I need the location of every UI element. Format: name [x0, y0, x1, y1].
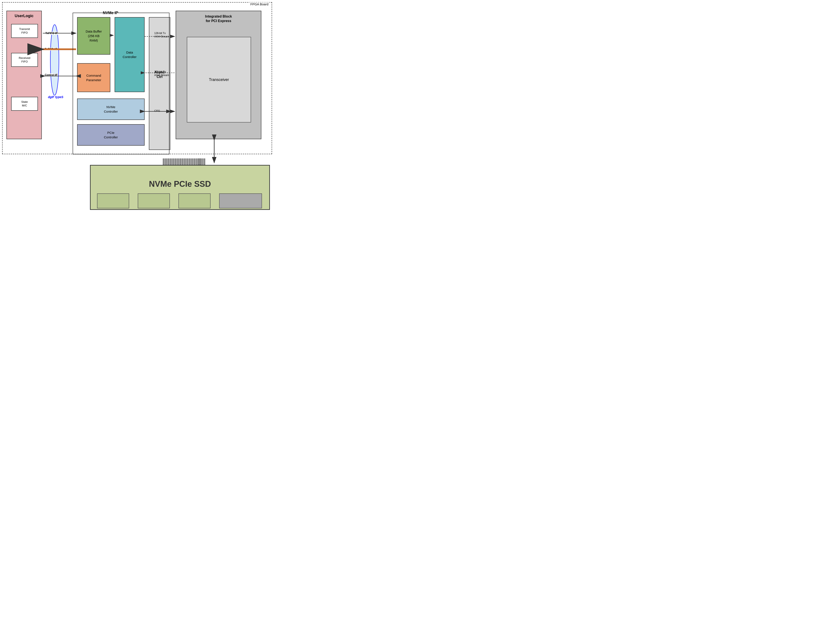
- fpga-board-label: FPGA Board: [249, 2, 270, 6]
- command-param-block: CommandParameter: [77, 63, 110, 92]
- integrated-block: Integrated Blockfor PCI Express Transcei…: [176, 11, 261, 139]
- received-fifo-box: ReceivedFIFO: [11, 53, 38, 67]
- nvme-ssd-label: NVMe PCIe SSD: [91, 180, 269, 189]
- nvme-ssd-container: NVMe PCIe SSD: [90, 159, 270, 210]
- txfifo-if-top-label: TxFIFO I/F: [45, 32, 58, 35]
- control-if-label: Control I/F: [44, 74, 58, 76]
- sig-128rx-label: 128-bit RxAXI4-Stream: [154, 70, 173, 77]
- data-buffer-block: Data Buffer(256 KBRAM): [77, 17, 110, 55]
- nvme-ssd-body: NVMe PCIe SSD: [90, 165, 270, 210]
- ssd-chip-2: [138, 194, 170, 208]
- ssd-chip-4: [219, 194, 262, 208]
- pcie-controller-block: PCIeController: [77, 124, 145, 146]
- integrated-block-label: Integrated Blockfor PCI Express: [176, 14, 261, 24]
- ssd-chip-1: [97, 194, 129, 208]
- cfg-label: CFG: [154, 109, 160, 112]
- dg-if-label: dgIF typeS: [47, 95, 64, 99]
- ssd-chip-3: [178, 194, 211, 208]
- data-controller-block: DataController: [115, 17, 145, 92]
- sig-128tx-label: 128-bit TxAXI4-Stream: [154, 32, 173, 38]
- transceiver-block: Transceiver: [187, 37, 251, 123]
- state-mc-box: StateM/C: [11, 97, 38, 111]
- nvme-ip-label: NVMe IP: [103, 11, 118, 15]
- user-logic-label: UserLogic: [7, 14, 41, 18]
- diagram-container: FPGA Board UserLogic TransmitFIFO Receiv…: [0, 0, 276, 214]
- user-logic-block: UserLogic TransmitFIFO ReceivedFIFO Stat…: [6, 11, 42, 139]
- transmit-fifo-box: TransmitFIFO: [11, 24, 38, 38]
- txfifo-if-bot-label: TxFIFO I/F: [44, 47, 58, 50]
- nvme-controller-block: NVMeController: [77, 99, 145, 120]
